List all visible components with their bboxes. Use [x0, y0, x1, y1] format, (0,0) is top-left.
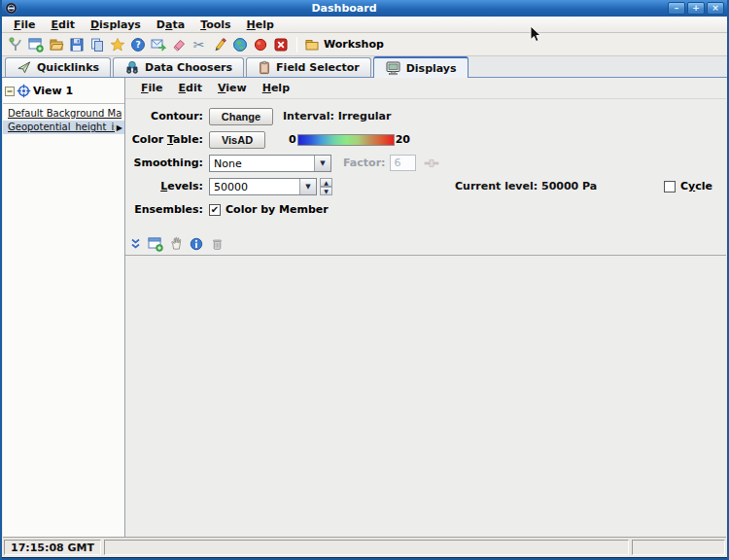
clock-readout: 17:15:08 GMT [4, 540, 101, 555]
contour-interval-text: Interval: Irregular [283, 110, 391, 122]
menu-edit[interactable]: Edit [44, 18, 83, 31]
display-control-panel: File Edit View Help Contour: Change Inte… [125, 78, 726, 537]
chevron-down-icon[interactable] [314, 156, 330, 171]
menu-displays[interactable]: Displays [83, 18, 149, 31]
globe-icon[interactable] [230, 35, 249, 53]
info-icon[interactable] [188, 235, 205, 252]
collapse-minus-icon[interactable] [5, 87, 15, 96]
idv-logo-icon [5, 2, 17, 15]
color-table-preview[interactable] [297, 134, 395, 146]
display-empty-area [125, 256, 726, 537]
levels-value: 50000 [210, 179, 299, 194]
tab-displays-label: Displays [406, 62, 457, 75]
window-controls: – + × [668, 2, 724, 15]
eraser-icon[interactable] [169, 35, 188, 53]
status-message-box [104, 540, 629, 555]
pencil-icon[interactable] [210, 35, 228, 53]
smoothing-value: None [210, 156, 314, 171]
color-by-member-checkbox[interactable] [209, 204, 221, 216]
display-menu-help[interactable]: Help [255, 82, 297, 94]
displays-icon [385, 60, 401, 76]
spinner-up-icon[interactable] [320, 178, 332, 187]
help-icon[interactable]: ? [128, 35, 147, 53]
field-selector-icon [258, 60, 271, 75]
open-folder-icon[interactable] [47, 35, 65, 53]
workshop-button[interactable]: Workshop [304, 37, 384, 52]
tree-item-geopotential-height[interactable]: Geopotential_height_is. [3, 121, 124, 134]
color-by-member-label: Color by Member [226, 203, 329, 216]
factor-slider-icon [424, 158, 439, 168]
tree-root-label: View 1 [33, 85, 73, 97]
chevron-down-icon[interactable] [299, 179, 316, 194]
svg-text:?: ? [135, 40, 140, 50]
dashboard-window: Dashboard – + × File Edit Displays Data … [0, 0, 729, 560]
pan-hand-icon[interactable] [167, 235, 185, 252]
copy-icon[interactable] [87, 35, 106, 53]
slingshot-icon[interactable] [6, 35, 24, 53]
close-button[interactable]: × [707, 2, 724, 15]
levels-label: Levels: [125, 180, 203, 192]
current-level-text: Current level: 50000 Pa [455, 180, 597, 192]
spinner-down-icon[interactable] [320, 187, 332, 195]
color-table-button[interactable]: VisAD [209, 131, 265, 149]
main-toolbar: ? ✂ Workshop [2, 33, 727, 56]
display-mini-toolbar [125, 232, 726, 256]
content-pane: View 1 Default Background Maps Geopotent… [3, 78, 726, 538]
levels-dropdown[interactable]: 50000 [209, 178, 317, 195]
favorite-star-icon[interactable] [108, 35, 126, 53]
quicklinks-icon [17, 60, 32, 75]
ensembles-row: Ensembles: Color by Member [125, 200, 726, 219]
smoothing-row: Smoothing: None Factor: [125, 154, 726, 172]
menu-help[interactable]: Help [239, 18, 282, 31]
color-table-row: Color Table: VisAD 0 20 [125, 130, 726, 149]
window-title: Dashboard [20, 2, 668, 15]
trash-icon[interactable] [208, 235, 226, 252]
record-icon[interactable] [251, 35, 269, 53]
cut-icon[interactable]: ✂ [190, 35, 208, 53]
tab-field-selector[interactable]: Field Selector [246, 57, 371, 77]
control-rows: Contour: Change Interval: Irregular Colo… [125, 99, 726, 224]
tab-data-choosers[interactable]: Data Choosers [113, 57, 244, 77]
contour-label: Contour: [125, 110, 203, 122]
menu-data[interactable]: Data [149, 18, 192, 31]
menu-file[interactable]: File [6, 18, 44, 31]
tree-separator [3, 103, 124, 104]
color-range-min: 0 [289, 133, 296, 146]
color-table-label: Color Table: [125, 133, 203, 146]
ensembles-label: Ensembles: [125, 203, 203, 216]
workshop-folder-icon [304, 37, 320, 52]
tree-root-view1[interactable]: View 1 [3, 83, 124, 99]
tab-data-choosers-label: Data Choosers [145, 61, 232, 74]
status-right-box [632, 540, 725, 555]
cycle-checkbox-group[interactable]: Cycle [664, 180, 712, 192]
contour-change-button[interactable]: Change [209, 108, 273, 125]
view-target-icon [17, 84, 31, 98]
collapse-chevrons-icon[interactable] [126, 235, 144, 252]
cycle-checkbox[interactable] [664, 181, 676, 192]
display-menu-edit[interactable]: Edit [171, 82, 210, 94]
levels-spinner [320, 178, 332, 195]
levels-row: Levels: 50000 Current level: 50000 Pa Cy… [125, 177, 726, 195]
statusbar: 17:15:08 GMT [2, 538, 727, 557]
smoothing-dropdown[interactable]: None [209, 155, 331, 172]
tree-item-default-background-maps[interactable]: Default Background Maps [3, 107, 124, 121]
save-icon[interactable] [67, 35, 86, 53]
titlebar[interactable]: Dashboard – + × [2, 0, 727, 17]
display-menu-view[interactable]: View [210, 82, 255, 94]
toolbar-separator [296, 37, 297, 52]
new-window-icon[interactable] [26, 35, 45, 53]
stop-icon[interactable] [271, 35, 290, 53]
main-menubar: File Edit Displays Data Tools Help [2, 17, 727, 33]
menu-tools[interactable]: Tools [192, 18, 238, 31]
factor-label: Factor: [343, 157, 385, 169]
new-display-window-icon[interactable] [147, 235, 164, 252]
data-choosers-icon [124, 60, 140, 75]
color-range-max: 20 [396, 133, 410, 146]
tab-quicklinks[interactable]: Quicklinks [5, 57, 111, 77]
maximize-button[interactable]: + [687, 2, 705, 15]
display-menu-file[interactable]: File [133, 82, 171, 94]
tab-displays[interactable]: Displays [373, 56, 469, 78]
send-message-icon[interactable] [149, 35, 167, 53]
tab-quicklinks-label: Quicklinks [37, 61, 99, 74]
minimize-button[interactable]: – [668, 2, 685, 15]
